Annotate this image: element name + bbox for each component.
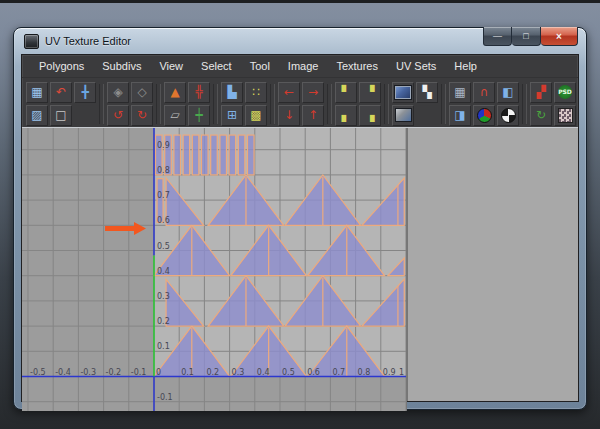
toolbar-group-9: ▞PSD↻ [529, 81, 577, 127]
axis-label-x: 0.4 [257, 368, 270, 377]
checker-circle-icon [501, 108, 516, 123]
menu-item-select[interactable]: Select [192, 57, 241, 75]
refresh-textures-icon: ↻ [536, 109, 546, 121]
uv-smudge-icon: □ [55, 109, 66, 121]
menu-item-view[interactable]: View [150, 57, 192, 75]
uv-grid-button[interactable]: ▦ [26, 82, 48, 103]
toolbar-group-7: ▚ [391, 81, 439, 127]
move-uv-button[interactable]: ╋ [74, 82, 96, 103]
rotate-ccw-button[interactable]: ↺ [107, 105, 129, 126]
psd-network-button[interactable]: PSD [554, 82, 576, 103]
axis-label-y: 0.4 [157, 267, 170, 276]
minimize-button[interactable]: — [483, 27, 512, 46]
snap-bottom-right-button[interactable]: ▗ [359, 105, 381, 126]
menu-item-tool[interactable]: Tool [241, 57, 279, 75]
uv-shell-bar[interactable] [220, 135, 227, 175]
unfold-v-button[interactable]: ◇ [131, 82, 153, 103]
uv-shell-bar[interactable] [183, 135, 190, 175]
app-panel: PolygonsSubdivsViewSelectToolImageTextur… [21, 54, 579, 402]
pixel-grid-icon: ▦ [454, 86, 465, 98]
close-button[interactable]: × [541, 27, 578, 46]
uv-smudge-button[interactable]: □ [50, 105, 72, 126]
image-display-icon [394, 85, 412, 100]
uv-shell-bar[interactable] [174, 135, 181, 175]
align-up-icon: ↑ [308, 109, 318, 121]
uv-shell-bar[interactable] [247, 135, 254, 175]
axis-label-y: 0.5 [157, 242, 170, 251]
snap-top-right-button[interactable]: ▝ [359, 82, 381, 103]
canvas-area: -0.5-0.4-0.3-0.2-0.100.10.20.30.40.50.60… [22, 127, 578, 401]
border-edges-button[interactable]: ▱ [164, 105, 186, 126]
unfold-u-button[interactable]: ◈ [107, 82, 129, 103]
align-up-button[interactable]: ↑ [302, 105, 324, 126]
cut-uv-button[interactable]: ▲ [164, 82, 186, 103]
align-left-button[interactable]: ← [278, 82, 300, 103]
menu-item-image[interactable]: Image [279, 57, 328, 75]
menu-item-help[interactable]: Help [445, 57, 486, 75]
flip-uv-button[interactable]: ↶ [50, 82, 72, 103]
halftone-icon [558, 108, 573, 123]
rotate-cw-button[interactable]: ↻ [131, 105, 153, 126]
toolbar-group-2: ◈◇↺↻ [106, 81, 154, 127]
layers-copy-button[interactable]: ◨ [449, 105, 471, 126]
uv-grid-viewport[interactable]: -0.5-0.4-0.3-0.2-0.100.10.20.30.40.50.60… [22, 128, 407, 401]
checker-ratio-button[interactable]: ▚ [416, 82, 438, 103]
menu-item-polygons[interactable]: Polygons [30, 57, 93, 75]
rgb-channels-button[interactable] [473, 105, 495, 126]
axis-label-x: 1 [399, 368, 404, 377]
cube-map-button[interactable]: ⊞ [221, 105, 243, 126]
uv-shell-bar[interactable] [211, 135, 218, 175]
uv-shell-bar[interactable] [238, 135, 245, 175]
unfold-v-icon: ◇ [137, 86, 146, 98]
layout-fold-button[interactable]: ▙ [221, 82, 243, 103]
refresh-textures-button[interactable]: ↻ [530, 105, 552, 126]
halftone-button[interactable] [554, 105, 576, 126]
pixel-grid-button[interactable]: ▦ [449, 82, 471, 103]
checker-dots-button[interactable]: ▩ [245, 105, 267, 126]
magnet-snap-button[interactable]: ∩ [473, 82, 495, 103]
sew-uv-icon: ╬ [195, 86, 202, 98]
align-right-button[interactable]: → [302, 82, 324, 103]
axis-label-x: 0.3 [232, 368, 245, 377]
uv-lattice-icon: ▨ [31, 109, 42, 121]
grid-dots-button[interactable]: ∷ [245, 82, 267, 103]
menu-item-subdivs[interactable]: Subdivs [93, 57, 150, 75]
axis-label-x: 0.2 [206, 368, 219, 377]
uv-texture-editor-window: UV Texture Editor — □ × PolygonsSubdivsV… [13, 27, 587, 410]
uv-shell-bar[interactable] [192, 135, 199, 175]
axis-label-x: 0.7 [332, 368, 345, 377]
menu-item-textures[interactable]: Textures [327, 57, 387, 75]
grid-dots-icon: ∷ [252, 86, 260, 98]
dice-shuffle-button[interactable]: ▞ [530, 82, 552, 103]
axis-label-x: -0.3 [80, 368, 96, 377]
toolbar-separator [99, 84, 104, 124]
axis-label-x: -0.5 [30, 368, 46, 377]
snap-top-left-button[interactable]: ▘ [335, 82, 357, 103]
toolbar-separator [213, 84, 218, 124]
toolbar-group-3: ▲╬▱┿ [163, 81, 211, 127]
align-down-button[interactable]: ↓ [278, 105, 300, 126]
cut-uv-icon: ▲ [170, 86, 179, 98]
image-display-button[interactable] [392, 82, 414, 103]
uv-canvas[interactable]: -0.5-0.4-0.3-0.2-0.100.10.20.30.40.50.60… [22, 128, 407, 411]
layout-fold-icon: ▙ [227, 86, 236, 98]
menu-item-uv-sets[interactable]: UV Sets [387, 57, 445, 75]
sew-uv-button[interactable]: ╬ [188, 82, 210, 103]
layers-overlap-button[interactable]: ◧ [497, 82, 519, 103]
maximize-button[interactable]: □ [512, 27, 541, 46]
image-paint-button[interactable] [392, 105, 414, 126]
snap-bottom-left-icon: ▖ [341, 109, 350, 121]
checker-circle-button[interactable] [497, 105, 519, 126]
move-pivot-button[interactable]: ┿ [188, 105, 210, 126]
uv-lattice-button[interactable]: ▨ [26, 105, 48, 126]
move-pivot-icon: ┿ [195, 109, 202, 121]
move-uv-icon: ╋ [81, 86, 88, 98]
uv-shell-bar[interactable] [229, 135, 236, 175]
snap-bottom-right-icon: ▗ [365, 109, 374, 121]
rotate-cw-icon: ↻ [137, 109, 147, 121]
snap-bottom-left-button[interactable]: ▖ [335, 105, 357, 126]
align-right-icon: → [308, 86, 318, 98]
axis-label-y: 0.9 [157, 141, 170, 150]
border-edges-icon: ▱ [170, 109, 179, 121]
uv-shell-bar[interactable] [202, 135, 209, 175]
